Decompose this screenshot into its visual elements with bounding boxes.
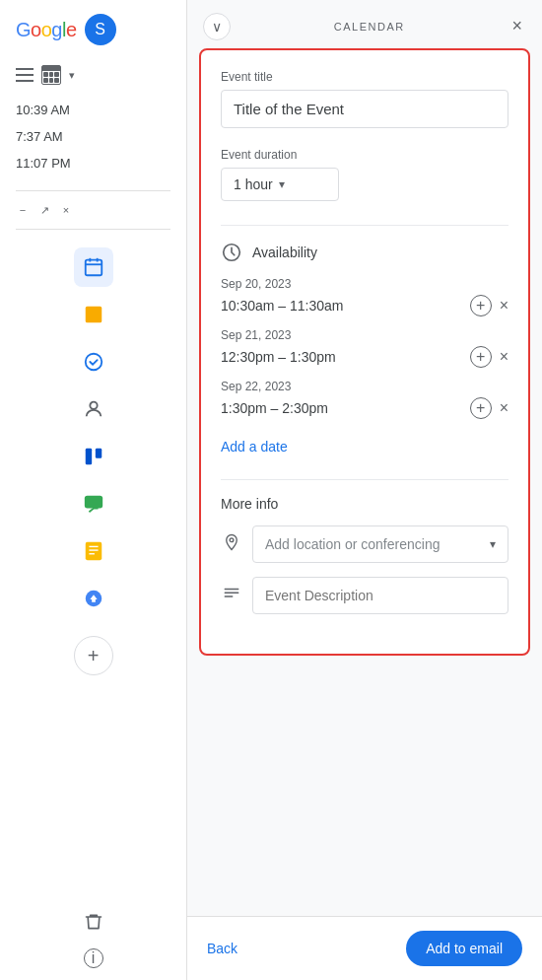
remove-slot-button-3[interactable]: × [500, 399, 508, 417]
svg-rect-9 [84, 496, 102, 509]
svg-rect-8 [95, 449, 101, 458]
description-row [221, 577, 508, 614]
location-placeholder: Add location or conferencing [265, 536, 440, 552]
sidebar-item-trello[interactable] [74, 437, 113, 476]
minimize-button[interactable]: − [16, 203, 30, 217]
svg-point-6 [90, 402, 97, 409]
duration-select[interactable]: 1 hour ▾ [221, 168, 339, 201]
sidebar-item-tasks[interactable] [74, 295, 113, 334]
expand-button[interactable]: ↗ [37, 203, 51, 217]
more-info-section: More info Add location or conferencing ▾ [221, 496, 508, 614]
divider-2 [16, 229, 170, 230]
back-button[interactable]: Back [207, 941, 237, 956]
section-divider-1 [221, 225, 508, 226]
date-group-1: Sep 20, 2023 10:30am – 11:30am + × [221, 277, 508, 316]
sidebar-item-checklist[interactable] [74, 342, 113, 382]
time-entries: 10:39 AM 7:37 AM 11:07 PM [0, 91, 186, 182]
sidebar-bottom: i [0, 900, 186, 980]
svg-point-5 [85, 354, 102, 371]
panel-top-bar: ∨ CALENDAR × [187, 0, 542, 48]
location-row: Add location or conferencing ▾ [221, 525, 508, 563]
info-icon[interactable]: i [84, 948, 103, 968]
time-slot-row-3: 1:30pm – 2:30pm + × [221, 397, 508, 419]
date-group-2: Sep 21, 2023 12:30pm – 1:30pm + × [221, 328, 508, 368]
avatar[interactable]: S [85, 14, 116, 45]
date-label-1: Sep 20, 2023 [221, 277, 508, 291]
availability-title: Availability [252, 245, 317, 260]
event-duration-section: Event duration 1 hour ▾ [221, 148, 508, 201]
svg-rect-4 [85, 307, 102, 323]
dropdown-arrow-icon: ▾ [69, 69, 75, 82]
add-slot-button-3[interactable]: + [470, 397, 492, 419]
window-controls: − ↗ × [0, 199, 186, 221]
sidebar-item-calendar[interactable] [74, 247, 113, 287]
time-slot-row-1: 10:30am – 11:30am + × [221, 295, 508, 316]
bottom-bar: Back Add to email [187, 916, 542, 980]
event-title-section: Event title [221, 70, 508, 128]
trash-icon[interactable] [84, 912, 103, 937]
section-divider-2 [221, 479, 508, 480]
svg-point-16 [230, 537, 234, 541]
slot-actions-1: + × [470, 295, 508, 316]
sidebar-item-cloud[interactable] [74, 579, 113, 618]
panel-chevron-button[interactable]: ∨ [203, 13, 231, 40]
form-card: Event title Event duration 1 hour ▾ [199, 48, 530, 656]
duration-arrow-icon: ▾ [279, 177, 285, 191]
sidebar-item-contacts[interactable] [74, 389, 113, 429]
more-info-title: More info [221, 496, 508, 512]
google-logo: Google [16, 19, 77, 41]
date-label-3: Sep 22, 2023 [221, 380, 508, 393]
svg-rect-0 [85, 260, 102, 276]
mini-calendar-icon [41, 65, 61, 85]
add-slot-button-1[interactable]: + [470, 295, 492, 316]
calendar-label: CALENDAR [334, 21, 405, 33]
panel-close-button[interactable]: × [508, 12, 526, 40]
duration-value: 1 hour [234, 176, 273, 192]
remove-slot-button-2[interactable]: × [500, 348, 508, 366]
divider [16, 190, 170, 191]
add-to-email-button[interactable]: Add to email [406, 931, 522, 966]
close-window-button[interactable]: × [59, 203, 73, 217]
hamburger-icon [16, 68, 34, 82]
time-slot-row-2: 12:30pm – 1:30pm + × [221, 346, 508, 368]
sidebar-item-chat[interactable] [74, 484, 113, 524]
add-date-button[interactable]: Add a date [221, 439, 288, 455]
nav-toggle[interactable]: ▾ [0, 59, 186, 91]
scroll-area[interactable]: Event title Event duration 1 hour ▾ [187, 48, 542, 980]
location-select[interactable]: Add location or conferencing ▾ [252, 525, 508, 563]
event-title-label: Event title [221, 70, 508, 84]
clock-icon [221, 242, 242, 263]
time-entry-1: 10:39 AM [16, 99, 170, 121]
availability-section: Availability Sep 20, 2023 10:30am – 11:3… [221, 242, 508, 455]
google-header: Google S [0, 0, 186, 59]
main-panel: ∨ CALENDAR × Event title Event duration … [187, 0, 542, 980]
time-slot-text-1: 10:30am – 11:30am [221, 298, 344, 314]
slot-actions-2: + × [470, 346, 508, 368]
left-sidebar: Google S ▾ 10:39 AM 7:37 AM 11:07 PM − ↗… [0, 0, 187, 980]
date-group-3: Sep 22, 2023 1:30pm – 2:30pm + × [221, 380, 508, 419]
remove-slot-button-1[interactable]: × [500, 297, 508, 315]
svg-rect-7 [85, 449, 91, 465]
icon-list [0, 238, 186, 628]
availability-header: Availability [221, 242, 508, 263]
sidebar-item-notes[interactable] [74, 531, 113, 571]
time-entry-3: 11:07 PM [16, 152, 170, 175]
svg-rect-10 [85, 542, 102, 560]
time-slot-text-3: 1:30pm – 2:30pm [221, 400, 328, 416]
slot-actions-3: + × [470, 397, 508, 419]
event-title-input[interactable] [221, 90, 508, 128]
location-icon [221, 533, 242, 556]
add-slot-button-2[interactable]: + [470, 346, 492, 368]
time-slot-text-2: 12:30pm – 1:30pm [221, 349, 336, 365]
description-icon [221, 585, 242, 606]
add-app-button[interactable]: + [74, 636, 113, 675]
location-arrow-icon: ▾ [490, 537, 496, 551]
event-duration-label: Event duration [221, 148, 508, 162]
time-entry-2: 7:37 AM [16, 125, 170, 148]
date-label-2: Sep 21, 2023 [221, 328, 508, 342]
description-input[interactable] [252, 577, 508, 614]
